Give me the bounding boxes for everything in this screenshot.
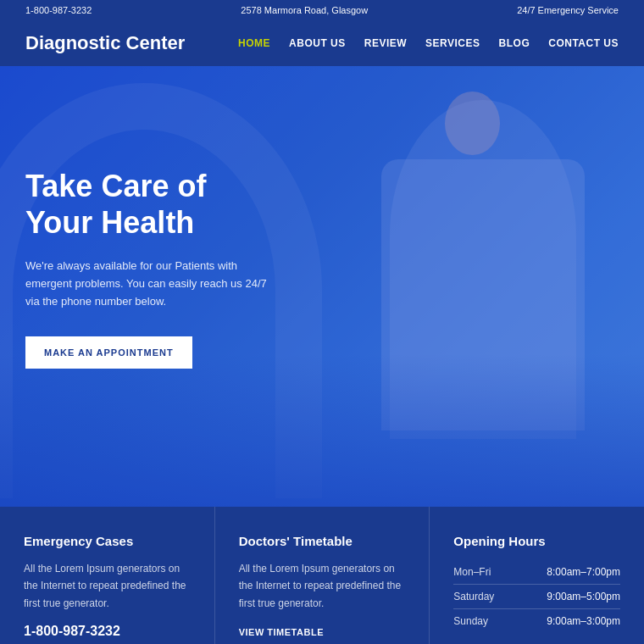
nav-review[interactable]: REVIEW: [364, 37, 407, 49]
emergency-phone: 1-800-987-3232: [24, 624, 191, 639]
header: Diagnostic Center HOME ABOUT US REVIEW S…: [0, 20, 644, 66]
nav-contact[interactable]: CONTACT US: [548, 37, 619, 49]
nav-services[interactable]: SERVICES: [425, 37, 480, 49]
view-timetable-link[interactable]: VIEW TIMETABLE: [239, 627, 324, 637]
emergency-text: All the Lorem Ipsum generators on the In…: [24, 560, 191, 612]
top-phone: 1-800-987-3232: [25, 5, 92, 15]
info-section: Emergency Cases All the Lorem Ipsum gene…: [0, 507, 644, 644]
hours-table: Mon–Fri 8:00am–7:00pm Saturday 9:00am–5:…: [453, 560, 620, 633]
top-emergency: 24/7 Emergency Service: [517, 5, 619, 15]
hours-day-sunday: Sunday: [453, 609, 513, 634]
timetable-title: Doctors' Timetable: [239, 534, 406, 548]
hours-day-saturday: Saturday: [453, 585, 513, 609]
hours-row-sunday: Sunday 9:00am–3:00pm: [453, 609, 620, 634]
hours-time-sunday: 9:00am–3:00pm: [513, 609, 620, 634]
hero-content: Take Care of Your Health We're always av…: [0, 66, 297, 369]
top-bar: 1-800-987-3232 2578 Marmora Road, Glasgo…: [0, 0, 644, 20]
hours-card: Opening Hours Mon–Fri 8:00am–7:00pm Satu…: [430, 507, 644, 644]
hero-title: Take Care of Your Health: [25, 168, 271, 241]
top-address: 2578 Marmora Road, Glasgow: [241, 5, 368, 15]
hours-row-saturday: Saturday 9:00am–5:00pm: [453, 585, 620, 609]
hero-section: Take Care of Your Health We're always av…: [0, 66, 644, 507]
hero-description: We're always available for our Patients …: [25, 258, 271, 310]
emergency-title: Emergency Cases: [24, 534, 191, 548]
timetable-card: Doctors' Timetable All the Lorem Ipsum g…: [215, 507, 430, 644]
logo: Diagnostic Center: [25, 32, 185, 54]
hours-time-monfri: 8:00am–7:00pm: [513, 560, 620, 585]
emergency-card: Emergency Cases All the Lorem Ipsum gene…: [0, 507, 215, 644]
timetable-text: All the Lorem Ipsum generators on the In…: [239, 560, 406, 612]
main-nav: HOME ABOUT US REVIEW SERVICES BLOG CONTA…: [238, 37, 619, 49]
nav-blog[interactable]: BLOG: [499, 37, 530, 49]
hours-title: Opening Hours: [453, 534, 620, 548]
nav-about[interactable]: ABOUT US: [289, 37, 346, 49]
hours-time-saturday: 9:00am–5:00pm: [513, 585, 620, 609]
appointment-button[interactable]: MAKE AN APPOINTMENT: [25, 336, 192, 369]
hours-row-monfri: Mon–Fri 8:00am–7:00pm: [453, 560, 620, 585]
hours-day-monfri: Mon–Fri: [453, 560, 513, 585]
nav-home[interactable]: HOME: [238, 37, 270, 49]
